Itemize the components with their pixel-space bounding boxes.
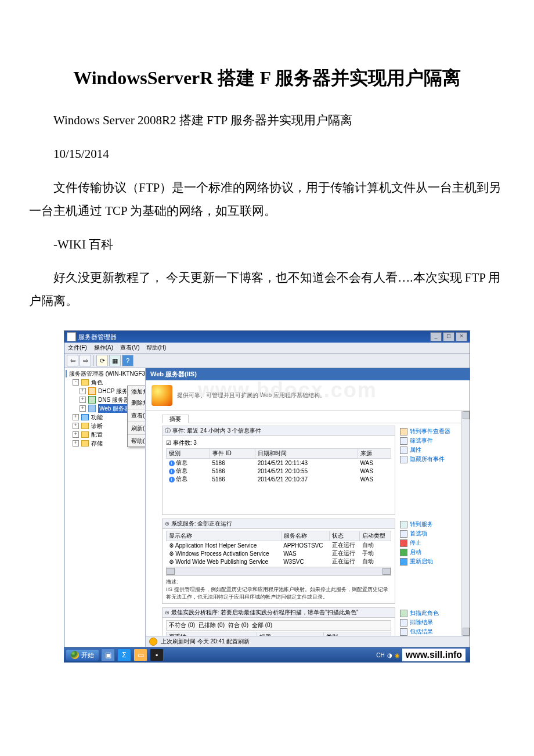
menu-action[interactable]: 操作(A) <box>94 344 113 352</box>
main-description: 提供可靠、可管理并且可扩展的 Web 应用程序基础结构。 <box>177 391 326 399</box>
col-datetime[interactable]: 日期和时间 <box>255 449 358 459</box>
forward-button[interactable]: ⇨ <box>80 355 91 366</box>
link-exclude[interactable]: 排除结果 <box>400 618 464 627</box>
server-manager-window: 服务器管理器 _ □ × 文件(F) 操作(A) 查看(V) 帮助(H) ⇦ ⇨… <box>64 330 470 647</box>
lang-indicator[interactable]: CH <box>376 652 384 658</box>
events-table: 级别 事件 ID 日期和时间 来源 i信息51862014/5/21 20:11… <box>166 448 391 483</box>
ctx-view[interactable]: 查看(V) <box>128 410 146 421</box>
link-start[interactable]: 启动 <box>400 548 464 557</box>
taskbar-folder-icon[interactable]: ▭ <box>134 649 147 661</box>
services-table: 显示名称 服务名称 状态 启动类型 ⚙ Application Host Hel… <box>166 531 391 566</box>
col-severity[interactable]: 严重性 <box>167 632 257 636</box>
navigation-tree[interactable]: 服务器管理器 (WIN-IKTNGF3R9 -角色 +DHCP 服务器 +DNS… <box>64 368 146 647</box>
link-scan-role[interactable]: 扫描此角色 <box>400 609 464 618</box>
services-actions: 转到服务 首选项 停止 启动 重新启动 <box>400 519 464 604</box>
ctx-add-role[interactable]: 添加角色服务 <box>128 386 146 397</box>
close-button[interactable]: × <box>456 332 467 341</box>
bpa-filters: 不符合 (0) 已排除 (0) 符合 (0) 全部 (0) <box>166 620 391 631</box>
paragraph-3: 文件传输协议（FTP）是一个标准的网络协议，用于传输计算机文件从一台主机到另一台… <box>29 177 505 223</box>
col-id[interactable]: 事件 ID <box>210 449 255 459</box>
menu-view[interactable]: 查看(V) <box>120 344 139 352</box>
bpa-filter-excl[interactable]: 已排除 (0) <box>199 621 225 629</box>
window-titlebar: 服务器管理器 _ □ × <box>64 331 470 343</box>
back-button[interactable]: ⇦ <box>67 355 78 366</box>
site-watermark: www.sill.info <box>402 649 466 661</box>
link-prefs[interactable]: 首选项 <box>400 529 464 538</box>
col-svcname[interactable]: 显示名称 <box>167 531 282 541</box>
events-panel: ⓘ 事件: 最近 24 小时内 3 个信息事件 ☑ 事件数: 3 级别 事件 I… <box>162 426 395 515</box>
minimize-button[interactable]: _ <box>430 332 442 341</box>
link-props[interactable]: 属性 <box>400 445 464 455</box>
services-panel: ⊙ 系统服务: 全部正在运行 显示名称 服务名称 状态 启动类型 ⚙ Appli… <box>162 519 395 604</box>
summary-tab[interactable]: 摘要 <box>162 415 189 423</box>
col-level[interactable]: 级别 <box>167 449 210 459</box>
refresh-icon[interactable]: ⟳ <box>96 355 108 366</box>
tree-storage[interactable]: 存储 <box>91 439 103 448</box>
menu-file[interactable]: 文件(F) <box>68 344 87 352</box>
hide-icon <box>400 456 407 463</box>
tree-config[interactable]: 配置 <box>91 430 103 439</box>
start-orb-icon <box>71 651 79 659</box>
link-include[interactable]: 包括结果 <box>400 627 464 636</box>
events-actions: 转到事件查看器 筛选事件 属性 隐藏所有事件 <box>400 426 464 515</box>
event-row[interactable]: i信息51862014/5/21 20:10:55WAS <box>167 467 391 475</box>
v-scrollbar[interactable] <box>461 411 470 636</box>
main-title: Web 服务器(IIS) <box>146 368 470 380</box>
taskbar-cmd-icon[interactable]: ▪ <box>150 649 164 661</box>
tray-icon-1[interactable]: ◑ <box>387 652 392 658</box>
tree-diag[interactable]: 诊断 <box>91 422 103 430</box>
play-icon <box>400 549 407 556</box>
bpa-header: 最佳实践分析程序: 若要启动最佳实践分析程序扫描，请单击"扫描此角色" <box>171 609 359 615</box>
col-status[interactable]: 状态 <box>330 531 360 541</box>
col-title[interactable]: 标题 <box>257 632 324 636</box>
taskbar-explorer-icon[interactable]: Σ <box>117 649 131 661</box>
service-desc: 描述: IIS 提供管理服务，例如配置历史记录和应用程序池帐户映射。如果停止此服… <box>166 578 391 601</box>
service-row[interactable]: ⚙ Windows Process Activation ServiceWAS正… <box>167 549 391 557</box>
service-row[interactable]: ⚙ World Wide Web Publishing ServiceW3SVC… <box>167 557 391 566</box>
paragraph-1: Windows Server 2008R2 搭建 FTP 服务器并实现用户隔离 <box>29 109 505 132</box>
ctx-delete-role[interactable]: 删除角色服务 <box>128 397 146 408</box>
tree-root[interactable]: 服务器管理器 (WIN-IKTNGF3R9 <box>69 369 146 378</box>
ctx-help[interactable]: 帮助(H) <box>128 435 146 447</box>
link-filter-events[interactable]: 筛选事件 <box>400 436 464 445</box>
col-svc[interactable]: 服务名称 <box>281 531 329 541</box>
link-hide-events[interactable]: 隐藏所有事件 <box>400 455 464 464</box>
service-row[interactable]: ⚙ Application Host Helper ServiceAPPHOST… <box>167 541 391 550</box>
page-title: WindowsServerR 搭建 F 服务器并实现用户隔离 <box>29 64 505 92</box>
col-source[interactable]: 来源 <box>358 449 391 459</box>
bpa-filter-nonc[interactable]: 不符合 (0) <box>169 621 195 629</box>
event-row[interactable]: i信息51862014/5/21 20:10:37WAS <box>167 475 391 483</box>
link-stop[interactable]: 停止 <box>400 538 464 548</box>
tree-dns[interactable]: DNS 服务器 <box>98 395 129 404</box>
bpa-filter-comp[interactable]: 符合 (0) <box>228 621 248 629</box>
menu-help[interactable]: 帮助(H) <box>146 344 166 352</box>
help-icon[interactable]: ? <box>122 355 134 366</box>
start-button[interactable]: 开始 <box>66 650 99 661</box>
menubar: 文件(F) 操作(A) 查看(V) 帮助(H) <box>64 343 470 354</box>
col-category[interactable]: 类别 <box>324 632 391 636</box>
link-goto-services[interactable]: 转到服务 <box>400 520 464 529</box>
bpa-table: 严重性 标题 类别 <box>166 632 391 636</box>
embedded-screenshot: 服务器管理器 _ □ × 文件(F) 操作(A) 查看(V) 帮助(H) ⇦ ⇨… <box>64 330 470 663</box>
link-restart[interactable]: 重新启动 <box>400 557 464 566</box>
link-goto-eventviewer[interactable]: 转到事件查看器 <box>400 427 464 436</box>
bpa-filter-all[interactable]: 全部 (0) <box>252 621 272 629</box>
tree-roles[interactable]: 角色 <box>91 378 103 387</box>
maximize-button[interactable]: □ <box>443 332 454 341</box>
status-bar: 上次刷新时间 今天 20:41 配置刷新 <box>146 636 470 647</box>
h-scrollbar[interactable] <box>166 567 391 576</box>
ctx-refresh[interactable]: 刷新(F) <box>128 423 146 434</box>
include-icon <box>400 628 407 636</box>
tree-web-selected[interactable]: Web 服务器 <box>98 404 131 413</box>
properties-icon[interactable]: ▦ <box>109 355 121 366</box>
tree-features[interactable]: 功能 <box>91 413 103 422</box>
tray-icon-2[interactable]: ◉ <box>395 652 400 658</box>
col-start[interactable]: 启动类型 <box>360 531 391 541</box>
events-count: 事件数: 3 <box>173 440 197 446</box>
scan-icon <box>400 610 407 617</box>
window-title: 服务器管理器 <box>78 333 117 341</box>
app-icon <box>67 332 76 341</box>
event-row[interactable]: i信息51862014/5/21 20:11:43WAS <box>167 459 391 467</box>
taskbar-server-icon[interactable]: ▣ <box>101 649 115 661</box>
iis-icon <box>151 385 172 406</box>
